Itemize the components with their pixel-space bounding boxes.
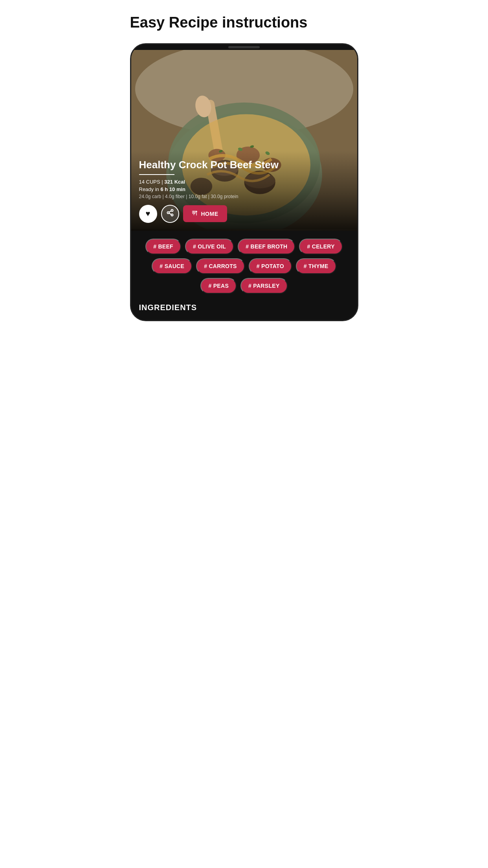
tag-potato[interactable]: # POTATO [249, 258, 292, 274]
recipe-divider [139, 174, 174, 175]
tags-section: # BEEF # OLIVE OIL # BEEF BROTH # CELERY… [138, 239, 351, 294]
recipe-info-overlay: Healthy Crock Pot Beef Stew 14 CUPS | 32… [131, 151, 357, 231]
svg-line-23 [169, 211, 171, 212]
tag-beef[interactable]: # BEEF [145, 239, 181, 254]
recipe-servings-calories: 14 CUPS | 321 Kcal [139, 179, 349, 185]
svg-line-22 [169, 213, 171, 214]
tag-thyme[interactable]: # THYME [296, 258, 336, 274]
app-content: # BEEF # OLIVE OIL # BEEF BROTH # CELERY… [131, 231, 357, 320]
recipe-ready-time: Ready in 6 h 10 min [139, 186, 349, 192]
share-button[interactable] [161, 205, 179, 223]
favorite-button[interactable]: ♥ [139, 205, 157, 223]
heart-icon: ♥ [146, 209, 150, 218]
tag-celery[interactable]: # CELERY [299, 239, 342, 254]
page-header: Easy Recipe instructions [122, 0, 366, 39]
action-buttons: ♥ [139, 205, 349, 223]
phone-notch [131, 44, 357, 50]
recipe-title: Healthy Crock Pot Beef Stew [139, 159, 349, 171]
share-icon [166, 209, 174, 219]
tag-olive-oil[interactable]: # OLIVE OIL [185, 239, 234, 254]
recipe-image-container: Healthy Crock Pot Beef Stew 14 CUPS | 32… [131, 50, 357, 231]
tag-parsley[interactable]: # PARSLEY [240, 278, 287, 294]
home-button[interactable]: HOME [183, 205, 227, 222]
phone-frame: Healthy Crock Pot Beef Stew 14 CUPS | 32… [130, 43, 358, 321]
recipe-nutrients: 24.0g carb | 4.0g fiber | 10.0g fat | 30… [139, 194, 349, 199]
tag-peas[interactable]: # PEAS [200, 278, 237, 294]
tag-sauce[interactable]: # SAUCE [152, 258, 192, 274]
fork-knife-icon [192, 210, 198, 217]
notch-bar [228, 46, 260, 48]
tag-carrots[interactable]: # CARROTS [196, 258, 245, 274]
tag-beef-broth[interactable]: # BEEF BROTH [238, 239, 295, 254]
page-title: Easy Recipe instructions [130, 14, 358, 31]
home-button-label: HOME [201, 211, 218, 217]
ingredients-title: INGREDIENTS [138, 303, 351, 312]
